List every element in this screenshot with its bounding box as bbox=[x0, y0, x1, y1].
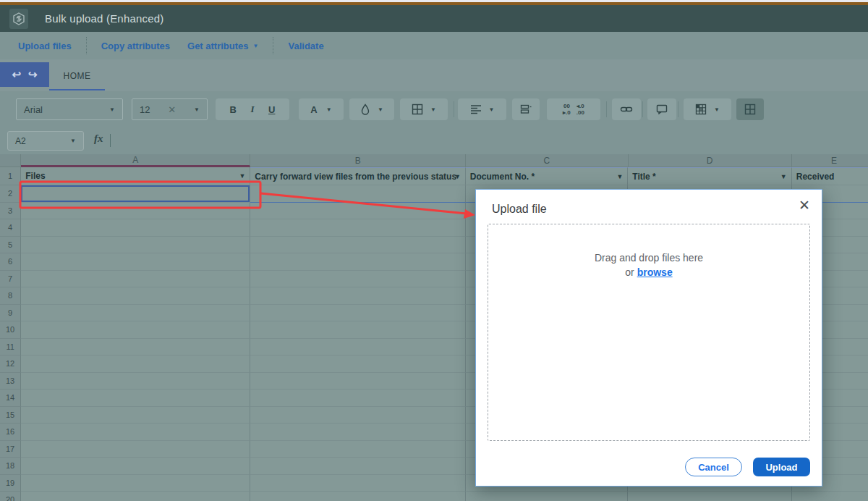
cell-A5[interactable] bbox=[21, 237, 250, 254]
filter-icon[interactable]: ▼ bbox=[454, 173, 461, 180]
column-header-A[interactable]: A bbox=[21, 154, 250, 167]
cell-B15[interactable] bbox=[250, 407, 466, 424]
row-number-5[interactable]: 5 bbox=[0, 237, 21, 254]
cell-A17[interactable] bbox=[21, 441, 250, 458]
font-size-select[interactable]: 12 ✕ ▼ bbox=[132, 98, 208, 120]
cell-B17[interactable] bbox=[250, 441, 466, 458]
cell-B7[interactable] bbox=[250, 271, 466, 288]
copy-attributes-action[interactable]: Copy attributes bbox=[93, 41, 179, 51]
row-number-11[interactable]: 11 bbox=[0, 339, 21, 356]
cell-B13[interactable] bbox=[250, 373, 466, 390]
align-button[interactable]: ▼ bbox=[458, 98, 506, 120]
close-icon[interactable]: ✕ bbox=[799, 198, 810, 212]
cell-C20[interactable] bbox=[466, 492, 628, 501]
increase-decimal-button[interactable]: ◂.0 .00 bbox=[576, 103, 584, 116]
cell-A3[interactable] bbox=[21, 203, 250, 220]
column-header-C[interactable]: C bbox=[466, 154, 628, 167]
cell-B20[interactable] bbox=[250, 492, 466, 501]
row-number-2[interactable]: 2 bbox=[0, 185, 21, 203]
cell-B12[interactable] bbox=[250, 355, 466, 373]
cell-A15[interactable] bbox=[21, 407, 250, 424]
cell-A11[interactable] bbox=[21, 339, 250, 356]
row-number-12[interactable]: 12 bbox=[0, 355, 21, 373]
row-number-20[interactable]: 20 bbox=[0, 492, 21, 501]
cell-A1[interactable]: Files▼ bbox=[21, 167, 250, 185]
row-number-3[interactable]: 3 bbox=[0, 203, 21, 220]
cell-B6[interactable] bbox=[250, 253, 466, 271]
cell-A10[interactable] bbox=[21, 321, 250, 339]
filter-icon[interactable]: ▼ bbox=[780, 173, 787, 180]
redo-icon[interactable]: ↪ bbox=[28, 68, 38, 81]
cell-B5[interactable] bbox=[250, 237, 466, 254]
cell-A14[interactable] bbox=[21, 390, 250, 407]
filter-icon[interactable]: ▼ bbox=[239, 172, 245, 180]
row-number-8[interactable]: 8 bbox=[0, 287, 21, 305]
get-attributes-action[interactable]: Get attributes ▼ bbox=[179, 41, 267, 51]
cell-A8[interactable] bbox=[21, 287, 250, 305]
insert-comment-button[interactable] bbox=[647, 98, 676, 120]
cell-B9[interactable] bbox=[250, 305, 466, 322]
font-family-select[interactable]: Arial ▼ bbox=[16, 98, 123, 120]
text-color-button[interactable]: A ▼ bbox=[299, 98, 344, 120]
cell-E1[interactable]: Received bbox=[792, 167, 868, 185]
cell-A2[interactable] bbox=[21, 185, 250, 203]
row-number-10[interactable]: 10 bbox=[0, 321, 21, 339]
cell-B19[interactable] bbox=[250, 475, 466, 492]
cell-B4[interactable] bbox=[250, 219, 466, 237]
cell-A6[interactable] bbox=[21, 253, 250, 271]
cell-A9[interactable] bbox=[21, 305, 250, 322]
freeze-panes-button[interactable]: ▼ bbox=[684, 98, 731, 120]
cell-name-box[interactable]: A2 ▼ bbox=[7, 131, 84, 151]
cell-B2[interactable] bbox=[250, 185, 466, 203]
row-number-19[interactable]: 19 bbox=[0, 475, 21, 492]
row-number-14[interactable]: 14 bbox=[0, 390, 21, 407]
row-number-6[interactable]: 6 bbox=[0, 253, 21, 271]
borders-button[interactable]: ▼ bbox=[400, 98, 448, 120]
cell-B16[interactable] bbox=[250, 424, 466, 441]
cell-D20[interactable] bbox=[628, 492, 791, 501]
cancel-button[interactable]: Cancel bbox=[685, 458, 742, 476]
cell-A19[interactable] bbox=[21, 475, 250, 492]
clear-size-icon[interactable]: ✕ bbox=[168, 104, 176, 115]
cell-A16[interactable] bbox=[21, 424, 250, 441]
cell-B3[interactable] bbox=[250, 203, 466, 220]
fill-color-button[interactable]: ▼ bbox=[349, 98, 394, 120]
cell-B10[interactable] bbox=[250, 321, 466, 339]
tab-home[interactable]: HOME bbox=[49, 62, 105, 90]
upload-files-action[interactable]: Upload files bbox=[0, 41, 80, 51]
cell-A18[interactable] bbox=[21, 458, 250, 475]
grid-corner[interactable] bbox=[0, 154, 21, 167]
file-dropzone[interactable]: Drag and drop files here or browse bbox=[488, 224, 810, 441]
gridlines-toggle-button[interactable] bbox=[736, 98, 764, 120]
cell-A12[interactable] bbox=[21, 355, 250, 373]
cell-A13[interactable] bbox=[21, 373, 250, 390]
upload-button[interactable]: Upload bbox=[753, 458, 810, 476]
cell-A20[interactable] bbox=[21, 492, 250, 501]
bold-button[interactable]: B bbox=[230, 104, 237, 115]
column-header-B[interactable]: B bbox=[250, 154, 466, 167]
cell-B14[interactable] bbox=[250, 390, 466, 407]
cell-B1[interactable]: Carry forward view files from the previo… bbox=[250, 167, 466, 185]
cell-B11[interactable] bbox=[250, 339, 466, 356]
row-number-18[interactable]: 18 bbox=[0, 458, 21, 475]
row-number-17[interactable]: 17 bbox=[0, 441, 21, 458]
row-number-16[interactable]: 16 bbox=[0, 424, 21, 441]
cell-B8[interactable] bbox=[250, 287, 466, 305]
browse-link[interactable]: browse bbox=[637, 266, 673, 278]
cell-E20[interactable] bbox=[792, 492, 868, 501]
filter-icon[interactable]: ▼ bbox=[616, 173, 623, 180]
row-number-4[interactable]: 4 bbox=[0, 219, 21, 237]
insert-link-button[interactable] bbox=[612, 98, 641, 120]
decrease-decimal-button[interactable]: 00 ▸.0 bbox=[563, 103, 571, 116]
cell-C1[interactable]: Document No. *▼ bbox=[466, 167, 628, 185]
row-number-13[interactable]: 13 bbox=[0, 373, 21, 390]
underline-button[interactable]: U bbox=[268, 104, 275, 115]
column-header-D[interactable]: D bbox=[629, 154, 792, 167]
cell-A7[interactable] bbox=[21, 271, 250, 288]
row-number-7[interactable]: 7 bbox=[0, 271, 21, 288]
undo-icon[interactable]: ↩ bbox=[12, 68, 21, 81]
row-number-1[interactable]: 1 bbox=[0, 167, 21, 185]
cell-D1[interactable]: Title *▼ bbox=[628, 167, 791, 185]
cell-A4[interactable] bbox=[21, 219, 250, 237]
cell-B18[interactable] bbox=[250, 458, 466, 475]
